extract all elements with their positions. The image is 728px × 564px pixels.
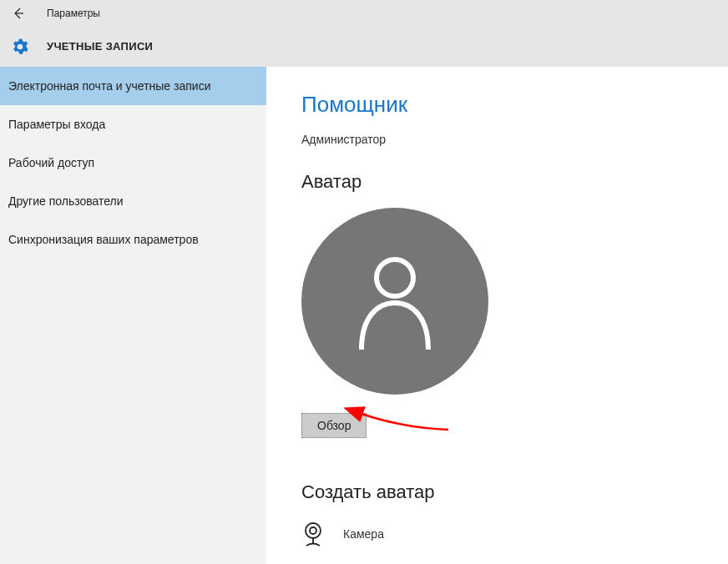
- titlebar: Параметры: [0, 0, 728, 27]
- sidebar-item-label: Параметры входа: [8, 118, 105, 131]
- browse-button[interactable]: Обзор: [301, 413, 367, 438]
- sidebar-item-work-access[interactable]: Рабочий доступ: [0, 144, 266, 182]
- titlebar-title: Параметры: [47, 8, 100, 19]
- sidebar-item-signin-options[interactable]: Параметры входа: [0, 105, 266, 144]
- camera-icon: [301, 521, 325, 546]
- sidebar-item-label: Рабочий доступ: [8, 156, 94, 169]
- avatar-section-title: Аватар: [301, 171, 728, 193]
- page-title: УЧЕТНЫЕ ЗАПИСИ: [47, 40, 153, 53]
- arrow-left-icon: [12, 7, 25, 20]
- svg-point-2: [310, 527, 316, 534]
- avatar: [301, 208, 488, 395]
- back-button[interactable]: [8, 3, 28, 23]
- user-name: Помощник: [301, 92, 728, 118]
- sidebar-item-label: Электронная почта и учетные записи: [8, 79, 210, 93]
- user-role: Администратор: [301, 133, 728, 146]
- person-icon: [349, 251, 441, 351]
- svg-point-1: [306, 523, 321, 538]
- gear-icon: [12, 38, 28, 55]
- sidebar-item-sync-settings[interactable]: Синхронизация ваших параметров: [0, 220, 266, 259]
- create-avatar-section-title: Создать аватар: [301, 481, 728, 503]
- sidebar-item-email-accounts[interactable]: Электронная почта и учетные записи: [0, 67, 266, 105]
- sidebar-item-other-users[interactable]: Другие пользователи: [0, 182, 266, 220]
- camera-label: Камера: [343, 527, 384, 541]
- camera-option[interactable]: Камера: [301, 521, 728, 546]
- sidebar-item-label: Синхронизация ваших параметров: [8, 233, 199, 246]
- main-content: Помощник Администратор Аватар Обзор Созд…: [266, 67, 728, 564]
- browse-button-label: Обзор: [317, 419, 351, 432]
- sidebar: Электронная почта и учетные записи Парам…: [0, 67, 266, 564]
- svg-point-0: [377, 259, 413, 296]
- header: УЧЕТНЫЕ ЗАПИСИ: [0, 27, 728, 67]
- sidebar-item-label: Другие пользователи: [8, 194, 124, 208]
